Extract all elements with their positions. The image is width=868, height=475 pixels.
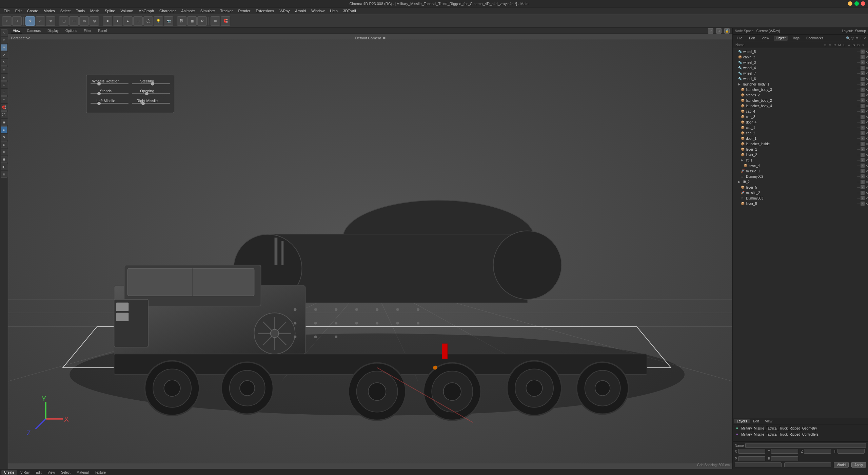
bt-texture[interactable]: Texture <box>92 470 108 475</box>
menu-tools[interactable]: Tools <box>74 8 87 14</box>
rpbt-edit[interactable]: Edit <box>750 419 762 423</box>
layer-controllers[interactable]: ■ Military_Missile_Tactical_Truck_Rigged… <box>733 431 867 437</box>
tree-item-cap1[interactable]: 📦 cap_1 ···+✕ <box>733 125 868 130</box>
ctrl-right-missile-slider[interactable] <box>132 103 170 104</box>
viewport-expand[interactable]: ⤢ <box>708 28 713 34</box>
tree-item-launcher-body4[interactable]: 📦 launcher_body_4 ···+✕ <box>733 103 868 109</box>
tool-rotate[interactable]: ↻ <box>1 59 7 66</box>
toolbar-coord-system[interactable]: ⊞ <box>211 16 220 26</box>
viewport-tab-view[interactable]: View <box>11 28 22 33</box>
tree-item-launcher-inside[interactable]: 📦 launcher_inside ···+✕ <box>733 141 868 147</box>
tree-item-missile1[interactable]: 🚀 missile_1 ···+✕ <box>733 168 868 174</box>
toolbar-redo[interactable]: ↪ <box>12 16 22 26</box>
z-input[interactable] <box>804 449 831 454</box>
rpbt-layers[interactable]: Layers <box>734 419 750 423</box>
tree-item-cap2[interactable]: 📦 cap_2 ···+✕ <box>733 130 868 136</box>
toolbar-scale[interactable]: ⤢ <box>36 16 45 26</box>
tool-loop-cut[interactable]: ⊞ <box>1 81 7 88</box>
menu-help[interactable]: Help <box>328 8 340 14</box>
tree-item-wheel4[interactable]: 🔩 wheel_4 ···+✕ <box>733 65 868 71</box>
tool-magnet[interactable]: 🧲 <box>1 104 7 111</box>
bt-create[interactable]: Create <box>1 470 17 475</box>
ctrl-wheels-slider[interactable] <box>91 83 129 84</box>
close-button[interactable] <box>861 1 865 6</box>
tree-item-launcher-body1[interactable]: ▶ launcher_body_1 ···+✕ <box>733 81 868 87</box>
toolbar-cylinder[interactable]: ⬡ <box>133 16 143 26</box>
menu-simulate[interactable]: Simulate <box>198 8 217 14</box>
menu-file[interactable]: File <box>1 8 12 14</box>
tree-item-lever1[interactable]: 📦 lever_1 ···+✕ <box>733 147 868 152</box>
menu-window[interactable]: Window <box>309 8 327 14</box>
toolbar-render[interactable]: 🖼 <box>177 16 186 26</box>
scene-tree[interactable]: 🔩 wheel_5 ··· + ✕ 📦 cabin_2 ···+✕ 🔩 whee… <box>733 48 868 418</box>
toolbar-rect-select[interactable]: ▭ <box>79 16 89 26</box>
viewport-tab-cameras[interactable]: Cameras <box>25 28 43 33</box>
rpt-view[interactable]: View <box>760 36 771 41</box>
bt-view[interactable]: View <box>45 470 58 475</box>
tree-item-wheel7[interactable]: 🔩 wheel_7 ···+✕ <box>733 71 868 76</box>
tool-layer-s3[interactable]: S <box>1 141 7 148</box>
tool-pointer[interactable]: ↖ <box>1 29 7 36</box>
prop-name-input[interactable] <box>745 443 866 448</box>
viewport-lock[interactable]: 🔒 <box>724 28 730 34</box>
x-input[interactable] <box>738 449 765 454</box>
b-input[interactable] <box>771 456 798 461</box>
menu-volume[interactable]: Volume <box>118 8 136 14</box>
y-input[interactable] <box>771 449 798 454</box>
ctrl-stands-slider[interactable] <box>91 93 129 94</box>
tool-scale[interactable]: ⤢ <box>1 52 7 58</box>
tree-item-lever5b[interactable]: 📦 lever_5 ···+✕ <box>733 201 868 206</box>
ctrl-steering-slider[interactable] <box>132 83 170 84</box>
menu-arnold[interactable]: Arnold <box>293 8 308 14</box>
tree-item-wheel6[interactable]: 🔩 wheel_6 ···+✕ <box>733 76 868 81</box>
tree-item-missile2[interactable]: 🚀 missile_2 ···+✕ <box>733 190 868 195</box>
bt-vray[interactable]: V-Ray <box>18 470 32 475</box>
toolbar-render-region[interactable]: ▦ <box>187 16 197 26</box>
tool-knife[interactable]: ✂ <box>1 96 7 103</box>
menu-mograph[interactable]: MoGraph <box>136 8 156 14</box>
toolbar-undo[interactable]: ↩ <box>2 16 12 26</box>
tree-item-cap3[interactable]: 📦 cap_3 ···+✕ <box>733 114 868 119</box>
tool-extra-4[interactable]: ⊕ <box>1 171 7 178</box>
toolbar-rotate[interactable]: ↻ <box>46 16 55 26</box>
toolbar-torus[interactable]: ◯ <box>143 16 153 26</box>
layer-geometry[interactable]: ■ Military_Missile_Tactical_Truck_Rigged… <box>733 425 867 431</box>
menu-tracker[interactable]: Tracker <box>218 8 235 14</box>
tool-extra-1[interactable]: ≡ <box>1 149 7 155</box>
menu-create[interactable]: Create <box>25 8 41 14</box>
tree-item-cap4[interactable]: 📦 cap_4 ···+✕ <box>733 109 868 114</box>
menu-select[interactable]: Select <box>58 8 73 14</box>
bt-material[interactable]: Material <box>74 470 92 475</box>
bt-edit[interactable]: Edit <box>33 470 44 475</box>
viewport-tab-filter[interactable]: Filter <box>82 28 93 33</box>
menu-render[interactable]: Render <box>236 8 253 14</box>
menu-modes[interactable]: Modes <box>41 8 57 14</box>
menu-edit[interactable]: Edit <box>13 8 24 14</box>
menu-animate[interactable]: Animate <box>179 8 197 14</box>
ctrl-opening-slider[interactable] <box>132 93 170 94</box>
tool-extra-3[interactable]: ◧ <box>1 164 7 170</box>
maximize-button[interactable] <box>854 1 859 6</box>
tree-item-lft1[interactable]: ▶ lft_1 ···+✕ <box>733 157 868 163</box>
h-input[interactable] <box>837 449 865 454</box>
tree-item-dummy002[interactable]: ◇ Dummy002 ···+✕ <box>733 174 868 179</box>
toolbar-select-all[interactable]: ◫ <box>59 16 68 26</box>
rpt-file[interactable]: File <box>735 36 744 41</box>
apply-button[interactable]: Apply <box>851 462 866 468</box>
tree-item-launcher-body2[interactable]: 📦 launcher_body_2 ···+✕ <box>733 98 868 103</box>
tree-item-launcher-body3[interactable]: 📦 launcher_body_3 ···+✕ <box>733 87 868 92</box>
toolbar-camera[interactable]: 📷 <box>164 16 173 26</box>
tree-item-lever4[interactable]: 📦 lever_4 ···+✕ <box>733 163 868 168</box>
toolbar-sphere[interactable]: ● <box>113 16 122 26</box>
tool-sculpt[interactable]: ⛶ <box>1 111 7 118</box>
menu-spline[interactable]: Spline <box>102 8 118 14</box>
rpt-tags[interactable]: Tags <box>790 36 802 41</box>
menu-extensions[interactable]: Extensions <box>253 8 276 14</box>
tool-layer-s2[interactable]: S <box>1 134 7 140</box>
toolbar-move[interactable]: ✥ <box>25 16 35 26</box>
toolbar-loop-select[interactable]: ◎ <box>90 16 99 26</box>
rpt-edit[interactable]: Edit <box>747 36 757 41</box>
rpt-bookmarks[interactable]: Bookmarks <box>804 36 825 41</box>
tree-item-cabin2[interactable]: 📦 cabin_2 ···+✕ <box>733 54 868 60</box>
tool-extrude[interactable]: ⬆ <box>1 66 7 73</box>
